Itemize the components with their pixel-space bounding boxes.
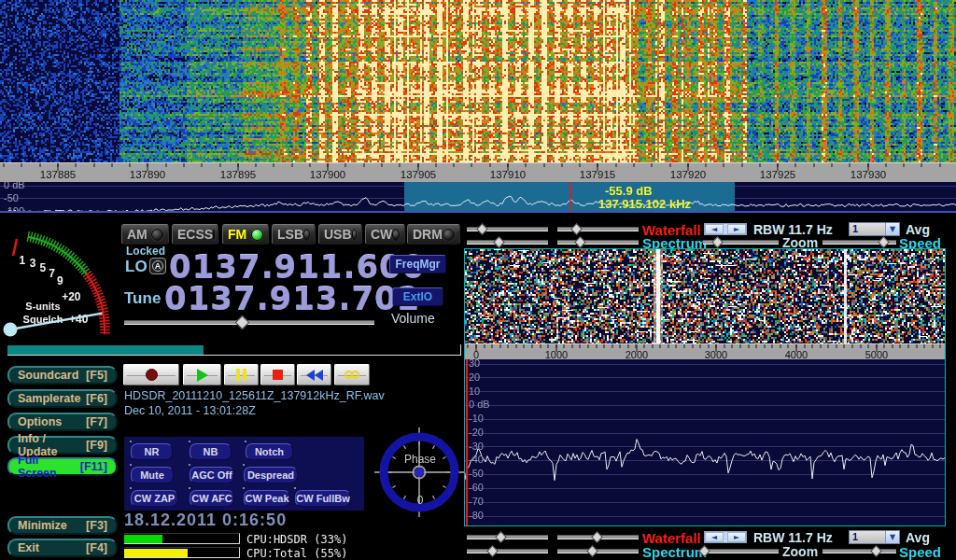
despread-button[interactable]: Despread bbox=[244, 467, 298, 483]
slider-thumb[interactable] bbox=[496, 531, 508, 543]
tune-frequency-display[interactable]: 0137.913.702 bbox=[164, 280, 420, 317]
cw-peak-button[interactable]: CW Peak bbox=[244, 490, 290, 507]
dropdown-arrow-icon: ▼ bbox=[885, 531, 899, 543]
slider-thumb[interactable] bbox=[591, 531, 603, 543]
exit-button[interactable]: Exit [F4] bbox=[7, 539, 118, 557]
loop-icon bbox=[344, 371, 359, 379]
mode-led-icon bbox=[213, 229, 215, 241]
arrow-right-icon: ► bbox=[734, 533, 739, 541]
minimize-button[interactable]: Minimize [F3] bbox=[7, 516, 118, 535]
slider-thumb[interactable] bbox=[486, 545, 499, 557]
rf-db-label: -30 bbox=[469, 441, 484, 452]
lo-lock-button[interactable]: A bbox=[149, 258, 166, 274]
squelch-level-bar[interactable] bbox=[7, 344, 461, 356]
rf-db-label: -40 bbox=[469, 454, 484, 465]
overview-spectrum-display[interactable] bbox=[0, 182, 956, 213]
cw-zap-button[interactable]: CW ZAP bbox=[131, 490, 178, 507]
volume-slider[interactable] bbox=[124, 315, 374, 329]
af-speed-slider[interactable] bbox=[822, 545, 896, 557]
slider-track bbox=[467, 535, 548, 539]
options-button[interactable]: Options [F7] bbox=[7, 413, 118, 431]
button-label: Samplerate bbox=[18, 392, 80, 405]
rbw-decrease-button[interactable]: ◄ bbox=[705, 532, 724, 542]
cw-fullbw-button[interactable]: CW FullBw bbox=[295, 490, 351, 507]
af-avg-select[interactable]: 1 ▼ bbox=[849, 530, 900, 544]
ruler-label: 137890 bbox=[105, 169, 190, 180]
lock-a-icon: A bbox=[152, 260, 163, 272]
slider-thumb[interactable] bbox=[871, 545, 883, 557]
mute-button[interactable]: Mute bbox=[131, 467, 174, 483]
mode-lsb-button[interactable]: LSB bbox=[272, 224, 316, 245]
cw-afc-button[interactable]: CW AFC bbox=[190, 490, 234, 507]
rbw-decrease-button[interactable]: ◄ bbox=[705, 224, 724, 234]
samplerate-button[interactable]: Samplerate [F6] bbox=[7, 389, 118, 408]
pause-button[interactable] bbox=[224, 364, 259, 385]
rf-waterfall-brightness-slider[interactable] bbox=[467, 223, 548, 235]
rf-rbw-stepper[interactable]: ◄ ► bbox=[704, 223, 747, 235]
freqmgr-button[interactable]: FreqMgr bbox=[389, 255, 446, 273]
soundcard-button[interactable]: Soundcard [F5] bbox=[7, 366, 118, 385]
mode-led-icon bbox=[352, 229, 357, 241]
slider-thumb[interactable] bbox=[711, 236, 724, 248]
slider-thumb[interactable] bbox=[570, 223, 583, 235]
hotkey-label: [F11] bbox=[80, 460, 107, 473]
slider-thumb[interactable] bbox=[878, 236, 890, 248]
info-update-button[interactable]: Info / Update [F9] bbox=[7, 436, 118, 455]
play-button[interactable] bbox=[183, 364, 221, 385]
mode-fm-button[interactable]: FM bbox=[222, 224, 269, 245]
slider-thumb[interactable] bbox=[235, 315, 250, 330]
af-waterfall-brightness-slider[interactable] bbox=[467, 531, 548, 543]
rf-waterfall-contrast-slider[interactable] bbox=[557, 223, 639, 235]
af-waterfall-contrast-slider[interactable] bbox=[557, 531, 639, 543]
slider-thumb[interactable] bbox=[477, 223, 489, 235]
clock-display: 18.12.2011 0:16:50 bbox=[124, 511, 287, 530]
rf-speed-slider[interactable] bbox=[822, 236, 896, 248]
rf-spectrum-min-slider[interactable] bbox=[467, 236, 548, 248]
mode-ecss-button[interactable]: ECSS bbox=[172, 224, 218, 245]
cpu-total-bar bbox=[124, 547, 240, 558]
slider-thumb[interactable] bbox=[493, 236, 505, 248]
record-button[interactable] bbox=[123, 364, 179, 385]
rf-waterfall-display[interactable] bbox=[465, 249, 945, 343]
agc-button[interactable]: AGC Off bbox=[190, 467, 234, 483]
stop-button[interactable] bbox=[260, 364, 295, 385]
af-spectrum-max-slider[interactable] bbox=[557, 545, 639, 557]
af-rbw-stepper[interactable]: ◄ ► bbox=[704, 531, 747, 543]
s-meter[interactable] bbox=[0, 220, 120, 343]
mode-drm-button[interactable]: DRM bbox=[407, 224, 460, 245]
af-rbw-readout: RBW 11.7 Hz bbox=[753, 530, 833, 545]
rf-db-label: 20 bbox=[469, 371, 480, 383]
rbw-increase-button[interactable]: ► bbox=[727, 532, 746, 542]
loop-button[interactable] bbox=[334, 364, 370, 385]
rf-spectrum-max-slider[interactable] bbox=[557, 236, 639, 248]
slider-thumb[interactable] bbox=[586, 545, 598, 557]
af-spectrum-min-slider[interactable] bbox=[467, 545, 548, 557]
mode-am-button[interactable]: AM bbox=[121, 224, 169, 245]
rewind-button[interactable] bbox=[297, 364, 331, 385]
nr-button[interactable]: NR bbox=[131, 443, 173, 460]
button-label: NR bbox=[145, 446, 160, 457]
af-zoom-slider[interactable] bbox=[703, 545, 779, 557]
mode-cw-button[interactable]: CW bbox=[365, 224, 405, 245]
main-waterfall-display[interactable] bbox=[0, 0, 956, 162]
fullscreen-button[interactable]: Full Screen [F11] bbox=[7, 457, 118, 476]
rbw-increase-button[interactable]: ► bbox=[727, 224, 746, 234]
extio-button[interactable]: ExtIO bbox=[392, 287, 443, 306]
slider-thumb[interactable] bbox=[574, 236, 586, 248]
af-speed-label: Speed bbox=[899, 544, 941, 560]
mode-usb-button[interactable]: USB bbox=[318, 224, 362, 245]
slider-track bbox=[557, 240, 639, 245]
button-label: NB bbox=[204, 446, 218, 457]
notch-button[interactable]: Notch bbox=[246, 443, 293, 460]
mode-label: CW bbox=[371, 227, 392, 242]
mode-led-icon bbox=[392, 229, 400, 241]
button-label: Mute bbox=[140, 469, 164, 481]
rf-avg-select[interactable]: 1 ▼ bbox=[849, 222, 900, 236]
button-label: CW FullBw bbox=[296, 493, 349, 504]
slider-track bbox=[822, 549, 896, 553]
rf-spectrum-display[interactable] bbox=[465, 359, 945, 525]
rf-zoom-slider[interactable] bbox=[703, 236, 779, 248]
hotkey-label: [F4] bbox=[86, 541, 107, 554]
nb-button[interactable]: NB bbox=[190, 443, 232, 460]
af-spectrum-label: Spectrum bbox=[642, 544, 707, 560]
